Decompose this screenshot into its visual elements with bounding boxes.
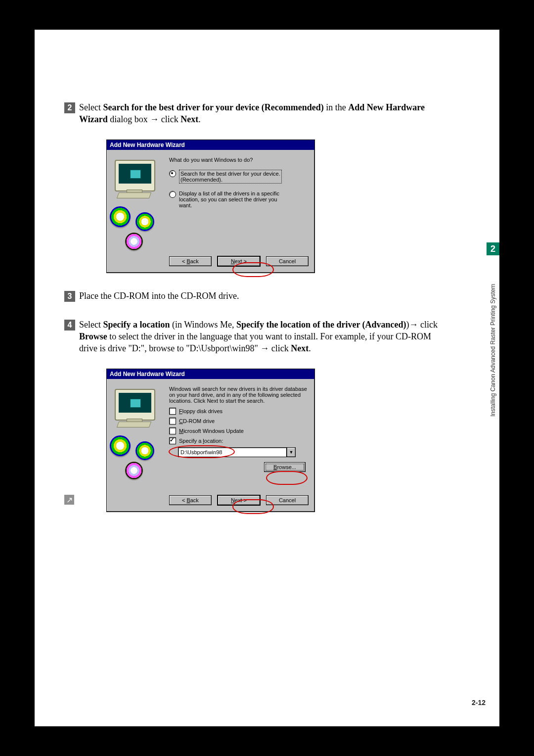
dialog-intro: Windows will search for new drivers in i… [169, 386, 309, 404]
dialog-add-hardware-1: Add New Hardware Wizard What do you want… [106, 140, 315, 273]
step-3-text: Place the CD-ROM into the CD-ROM drive. [79, 290, 440, 302]
radio-display-list[interactable]: Display a list of all the drivers in a s… [169, 190, 309, 208]
check-windows-update[interactable]: Microsoft Windows Update [169, 427, 309, 434]
dialog-add-hardware-2: Add New Hardware Wizard Windows will sea… [106, 369, 315, 512]
radio-search-best[interactable]: Search for the best driver for your devi… [169, 170, 309, 184]
dialog-titlebar: Add New Hardware Wizard [107, 369, 314, 379]
step-badge: 2 [64, 102, 75, 113]
combo-dropdown-button[interactable]: ▼ [287, 447, 296, 457]
cancel-button[interactable]: Cancel [266, 495, 309, 505]
return-link-icon[interactable]: ↗ [64, 495, 74, 505]
checkbox-icon [169, 408, 176, 415]
chapter-tab: 2 [487, 242, 499, 255]
checkbox-icon [169, 437, 176, 444]
step-2-text: Select Search for the best driver for yo… [79, 101, 440, 126]
check-floppy[interactable]: Floppy disk drives [169, 408, 309, 415]
wizard-graphic [113, 157, 167, 251]
chapter-title: Installing Canon Advanced Raster Printin… [490, 258, 496, 417]
document-page: 2 Installing Canon Advanced Raster Print… [35, 30, 499, 726]
check-specify-location[interactable]: Specify a location: [169, 437, 309, 444]
radio-icon [169, 170, 176, 177]
check-cdrom[interactable]: CD-ROM drive [169, 418, 309, 425]
next-button[interactable]: Next > [217, 495, 261, 506]
radio-icon [169, 191, 176, 198]
step-badge: 3 [64, 291, 75, 302]
cancel-button[interactable]: Cancel [266, 256, 309, 266]
dialog-prompt: What do you want Windows to do? [169, 157, 309, 163]
step-4-text: Select Specify a location (in Windows Me… [79, 319, 440, 355]
checkbox-icon [169, 427, 176, 434]
location-input[interactable]: D:\Usbport\win98 [178, 447, 287, 457]
dialog-titlebar: Add New Hardware Wizard [107, 140, 314, 150]
wizard-graphic [113, 386, 167, 490]
next-button[interactable]: Next > [217, 256, 261, 267]
page-number: 2-12 [472, 699, 486, 707]
browse-button[interactable]: Browse... [264, 462, 306, 472]
chapter-number: 2 [490, 244, 495, 254]
checkbox-icon [169, 418, 176, 425]
step-2: 2 Select Search for the best driver for … [64, 101, 440, 126]
step-4: 4 Select Specify a location (in Windows … [64, 319, 440, 355]
step-3: 3 Place the CD-ROM into the CD-ROM drive… [64, 290, 440, 302]
back-button[interactable]: < Back [169, 495, 212, 505]
step-badge: 4 [64, 320, 75, 331]
back-button[interactable]: < Back [169, 256, 212, 266]
